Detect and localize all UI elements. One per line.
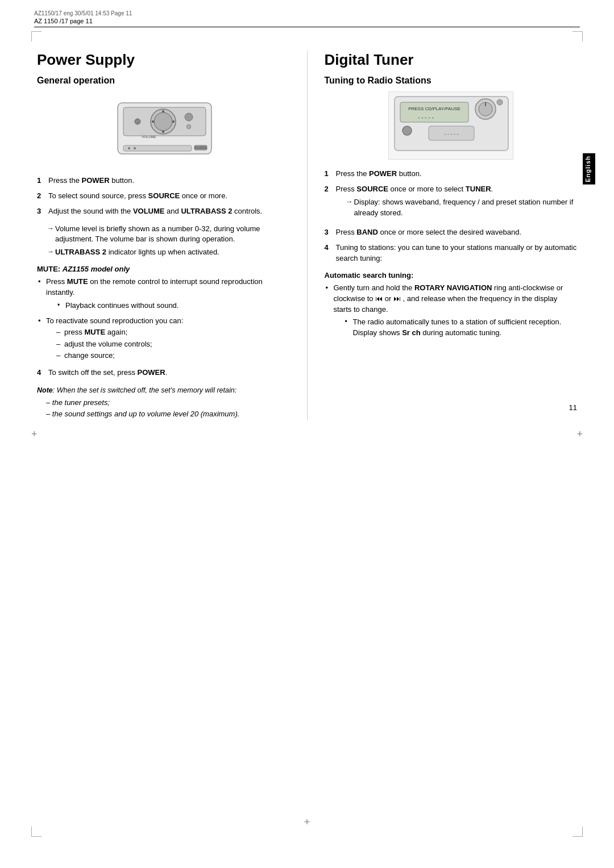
left-column: Power Supply General operation — [37, 51, 308, 420]
mute-dash-2: adjust the volume controls; — [55, 339, 290, 349]
page-number: 11 — [569, 403, 577, 412]
right-step-text-4: Tuning to stations: you can tune to your… — [336, 243, 578, 264]
device-svg: VOLUME SOURCE — [106, 91, 220, 165]
crosshair-mid-right: + — [576, 428, 583, 440]
mute-bullet-2: To reactivate sound reproduction you can… — [37, 316, 290, 361]
svg-text:VOLUME: VOLUME — [142, 135, 156, 139]
mute-bullet-list: Press MUTE on the remote control to inte… — [37, 277, 290, 361]
left-step-4: 4 To switch off the set, press POWER. — [37, 368, 290, 378]
right-step-text-3: Press BAND once or more select the desir… — [336, 227, 578, 238]
volume-arrow-2: ULTRABASS 2 indicator lights up when act… — [47, 247, 290, 258]
step-text-3: Adjust the sound with the VOLUME and ULT… — [48, 206, 290, 217]
svg-point-16 — [134, 147, 136, 149]
right-step-text-2: Press SOURCE once or more to select TUNE… — [336, 184, 578, 223]
right-step-3: 3 Press BAND once or more select the des… — [325, 227, 578, 238]
svg-text:- -   - - -: - - - - - — [444, 131, 458, 137]
step-text-4: To switch off the set, press POWER. — [48, 368, 290, 378]
svg-text:- -  - - -: - - - - - — [418, 114, 434, 120]
mute-dash-3: change source; — [55, 350, 290, 361]
step-num-4: 4 — [37, 368, 45, 378]
left-step-1: 1 Press the POWER button. — [37, 176, 290, 186]
left-step-2: 2 To select sound source, press SOURCE o… — [37, 191, 290, 202]
svg-point-4 — [162, 110, 164, 112]
left-step4-list: 4 To switch off the set, press POWER. — [37, 368, 290, 378]
power-supply-image: VOLUME SOURCE — [106, 91, 220, 165]
svg-point-8 — [135, 119, 140, 124]
right-step-num-3: 3 — [325, 227, 333, 238]
note-dash-list: the tuner presets; the sound settings an… — [46, 398, 290, 419]
right-subsection-title: Tuning to Radio Stations — [325, 76, 578, 86]
auto-search-bullets: Gently turn and hold the ROTARY NAVIGATI… — [325, 283, 578, 339]
svg-point-15 — [128, 147, 130, 149]
right-step-num-4: 4 — [325, 243, 333, 264]
right-section-title: Digital Tuner — [325, 51, 578, 69]
corner-mark-tr — [572, 31, 583, 41]
svg-point-10 — [186, 124, 191, 129]
mute-dash-list: press MUTE again; adjust the volume cont… — [55, 327, 290, 361]
left-subsection-title: General operation — [37, 76, 290, 86]
tuner-image: PRESS CD/PLAY/PAUSE - - - - - - - - - - — [388, 91, 513, 160]
print-info: AZ1150/17 eng 30/5/01 14:53 Page 11 — [34, 10, 580, 16]
svg-text:SOURCE: SOURCE — [195, 146, 208, 149]
corner-mark-br — [572, 827, 583, 837]
svg-point-25 — [403, 126, 412, 135]
main-content: Power Supply General operation — [37, 51, 577, 817]
mute-title: MUTE: AZ1155 model only — [37, 265, 290, 273]
auto-search-title: Automatic search tuning: — [325, 271, 578, 279]
left-instruction-list: 1 Press the POWER button. 2 To select so… — [37, 176, 290, 217]
step-text-2: To select sound source, press SOURCE onc… — [48, 191, 290, 202]
right-arrow-2-1: Display: shows waveband, frequency / and… — [346, 197, 578, 219]
right-arrows-2: Display: shows waveband, frequency / and… — [346, 197, 578, 219]
page-header: AZ1150/17 eng 30/5/01 14:53 Page 11 AZ 1… — [34, 10, 580, 27]
right-step-4: 4 Tuning to stations: you can tune to yo… — [325, 243, 578, 264]
language-tab: English — [583, 153, 595, 185]
svg-point-9 — [185, 113, 193, 121]
auto-search-bullet-1: Gently turn and hold the ROTARY NAVIGATI… — [325, 283, 578, 339]
page-ref: AZ 1150 /17 page 11 — [34, 18, 580, 27]
corner-mark-tl — [31, 31, 42, 41]
note-dash-2: the sound settings and up to volume leve… — [46, 409, 290, 419]
crosshair-mid-left: + — [31, 428, 38, 440]
note-label: Note — [37, 386, 53, 394]
volume-arrows: Volume level is briefly shown as a numbe… — [47, 224, 290, 258]
note-section: Note: When the set is switched off, the … — [37, 385, 290, 420]
right-step-text-1: Press the POWER button. — [336, 169, 578, 180]
svg-point-7 — [172, 120, 175, 123]
note-colon: : When the set is switched off, the set'… — [53, 386, 237, 394]
mute-section: MUTE: AZ1155 model only Press MUTE on th… — [37, 265, 290, 361]
mute-arrow-list-1: Playback continues without sound. — [56, 301, 290, 311]
tuner-svg: PRESS CD/PLAY/PAUSE - - - - - - - - - - — [389, 92, 513, 159]
left-step-3: 3 Adjust the sound with the VOLUME and U… — [37, 206, 290, 217]
auto-search-arrows: The radio automatically tunes to a stati… — [344, 317, 578, 339]
svg-point-3 — [154, 112, 172, 131]
step-num-2: 2 — [37, 191, 45, 202]
svg-text:PRESS CD/PLAY/PAUSE: PRESS CD/PLAY/PAUSE — [408, 106, 460, 111]
note-dash-1: the tuner presets; — [46, 398, 290, 408]
crosshair-bottom: + — [304, 816, 310, 828]
volume-arrow-1: Volume level is briefly shown as a numbe… — [47, 224, 290, 245]
right-step-num-2: 2 — [325, 184, 333, 223]
right-step-1: 1 Press the POWER button. — [325, 169, 578, 180]
step-num-1: 1 — [37, 176, 45, 186]
right-column: English Digital Tuner Tuning to Radio St… — [308, 51, 578, 420]
corner-mark-bl — [31, 827, 42, 837]
step-num-3: 3 — [37, 206, 45, 217]
right-step-num-1: 1 — [325, 169, 333, 180]
svg-point-5 — [162, 131, 164, 133]
mute-dash-1: press MUTE again; — [55, 327, 290, 337]
mute-arrow-1: Playback continues without sound. — [56, 301, 290, 311]
step-text-1: Press the POWER button. — [48, 176, 290, 186]
svg-rect-18 — [400, 102, 468, 122]
right-instruction-list: 1 Press the POWER button. 2 Press SOURCE… — [325, 169, 578, 264]
right-step-2: 2 Press SOURCE once or more to select TU… — [325, 184, 578, 223]
svg-point-24 — [497, 99, 503, 105]
svg-point-6 — [152, 120, 154, 123]
mute-bullet-1: Press MUTE on the remote control to inte… — [37, 277, 290, 311]
auto-search-arrow-1: The radio automatically tunes to a stati… — [344, 317, 578, 339]
columns-container: Power Supply General operation — [37, 51, 577, 420]
left-section-title: Power Supply — [37, 51, 290, 69]
